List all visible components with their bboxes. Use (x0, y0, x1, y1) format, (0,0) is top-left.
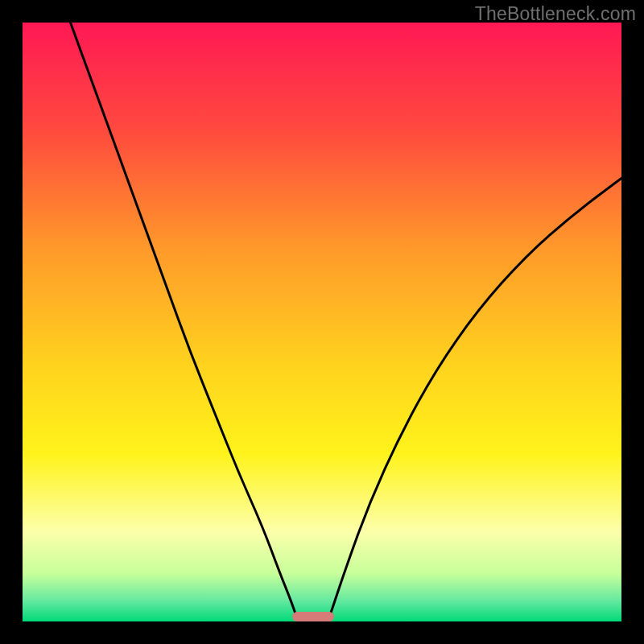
bottleneck-curve (23, 23, 621, 621)
optimal-marker (292, 612, 334, 621)
curve-left-branch (71, 23, 299, 621)
curve-right-branch (328, 178, 621, 621)
chart-frame: TheBottleneck.com (0, 0, 644, 644)
watermark-text: TheBottleneck.com (475, 3, 636, 25)
plot-area (23, 23, 621, 621)
